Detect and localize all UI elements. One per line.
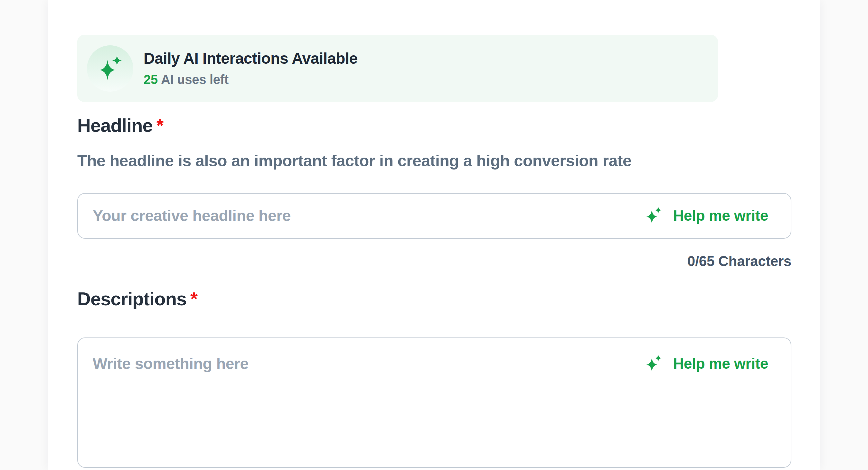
ai-banner-subtitle: 25AI uses left [144, 72, 358, 87]
form-content: Daily AI Interactions Available 25AI use… [77, 35, 792, 468]
headline-char-counter: 0/65 Characters [77, 253, 792, 270]
ai-uses-label: AI uses left [161, 72, 228, 87]
descriptions-label: Descriptions [77, 288, 186, 309]
help-me-write-label: Help me write [673, 356, 768, 372]
sparkles-icon [97, 55, 123, 82]
main-panel: Daily AI Interactions Available 25AI use… [48, 0, 820, 470]
ai-banner-title: Daily AI Interactions Available [144, 50, 358, 67]
help-me-write-label: Help me write [673, 207, 768, 224]
required-asterisk: * [190, 288, 197, 309]
ai-usage-banner: Daily AI Interactions Available 25AI use… [77, 35, 718, 102]
descriptions-textarea[interactable] [93, 354, 645, 451]
headline-input[interactable] [93, 206, 645, 226]
ai-banner-text: Daily AI Interactions Available 25AI use… [144, 50, 358, 87]
sparkles-icon [645, 206, 662, 225]
descriptions-section-title: Descriptions* [77, 288, 792, 310]
headline-label: Headline [77, 115, 153, 136]
descriptions-field: Help me write [77, 337, 792, 468]
sparkles-icon [645, 354, 662, 373]
headline-field: Help me write [77, 193, 792, 239]
headline-subtitle: The headline is also an important factor… [77, 151, 792, 170]
ai-uses-count: 25 [144, 72, 158, 87]
headline-section-title: Headline* [77, 114, 792, 137]
descriptions-help-me-write-button[interactable]: Help me write [645, 354, 768, 373]
headline-help-me-write-button[interactable]: Help me write [645, 206, 768, 225]
required-asterisk: * [156, 115, 163, 136]
ai-badge [87, 45, 133, 92]
